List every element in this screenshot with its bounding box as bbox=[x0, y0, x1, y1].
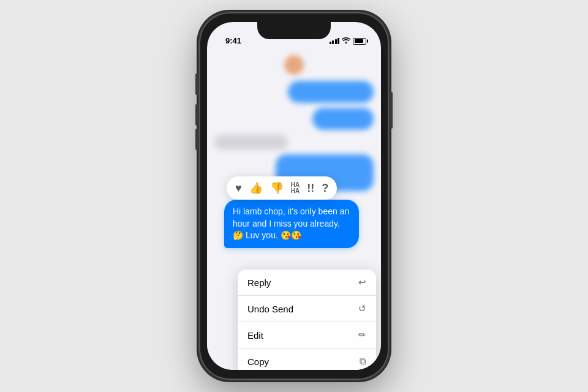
copy-label: Copy bbox=[247, 356, 269, 367]
blurred-message-3 bbox=[214, 135, 374, 149]
wifi-icon bbox=[342, 37, 350, 45]
context-menu: Reply ↩ Undo Send ↺ Edit ✏ Copy bbox=[238, 270, 376, 370]
scene: 9:41 bbox=[0, 0, 588, 392]
blurred-message-2 bbox=[214, 108, 374, 130]
haha-reaction[interactable]: HAHA bbox=[291, 182, 300, 194]
messages-content: ♥ 👍 👎 HAHA !! ? Hi lamb chop, it's only … bbox=[207, 49, 381, 370]
edit-icon: ✏ bbox=[358, 330, 366, 341]
reply-label: Reply bbox=[247, 277, 271, 288]
signal-bars-icon bbox=[330, 38, 340, 44]
thumbsup-reaction[interactable]: 👍 bbox=[249, 181, 263, 195]
status-time: 9:41 bbox=[225, 36, 241, 45]
active-message-area: Hi lamb chop, it's only been an hour and… bbox=[224, 200, 374, 248]
phone-screen: 9:41 bbox=[207, 22, 381, 370]
copy-menu-item[interactable]: Copy ⧉ bbox=[238, 349, 376, 370]
edit-menu-item[interactable]: Edit ✏ bbox=[238, 322, 376, 349]
status-icons bbox=[330, 37, 367, 45]
edit-label: Edit bbox=[247, 330, 263, 341]
undo-send-icon: ↺ bbox=[358, 303, 366, 314]
thumbsdown-reaction[interactable]: 👎 bbox=[270, 181, 284, 195]
reply-icon: ↩ bbox=[358, 277, 366, 288]
avatar bbox=[284, 55, 304, 75]
exclamation-reaction[interactable]: !! bbox=[307, 182, 314, 195]
messages-blur-area: ♥ 👍 👎 HAHA !! ? Hi lamb chop, it's only … bbox=[207, 49, 381, 370]
copy-icon: ⧉ bbox=[360, 356, 366, 367]
undo-send-menu-item[interactable]: Undo Send ↺ bbox=[238, 296, 376, 322]
reaction-bar: ♥ 👍 👎 HAHA !! ? bbox=[227, 176, 337, 200]
notch bbox=[257, 22, 331, 39]
undo-send-label: Undo Send bbox=[247, 304, 293, 314]
heart-reaction[interactable]: ♥ bbox=[235, 182, 242, 195]
blurred-message-1 bbox=[214, 81, 374, 103]
battery-icon bbox=[353, 38, 366, 45]
reply-menu-item[interactable]: Reply ↩ bbox=[238, 270, 376, 296]
question-reaction[interactable]: ? bbox=[322, 182, 328, 195]
message-text: Hi lamb chop, it's only been an hour and… bbox=[233, 206, 349, 240]
contact-header bbox=[214, 55, 374, 75]
phone-frame: 9:41 bbox=[199, 12, 389, 380]
message-bubble: Hi lamb chop, it's only been an hour and… bbox=[224, 200, 359, 248]
